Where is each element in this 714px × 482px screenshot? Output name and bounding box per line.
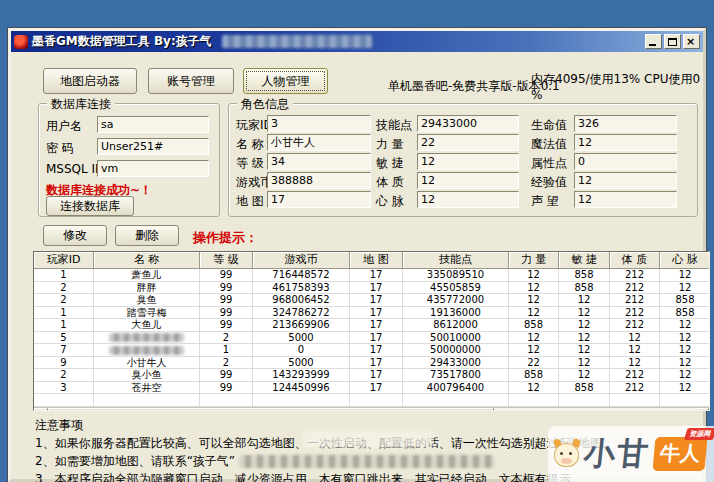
table-row[interactable]: 1萧鱼儿99716448572173350895101285821212	[34, 269, 709, 282]
table-cell: 大鱼儿	[94, 319, 200, 332]
column-header[interactable]: 敏 捷	[559, 252, 610, 269]
account-management-button[interactable]: 账号管理	[148, 68, 234, 94]
table-row[interactable]: 1大鱼儿992136699061786120008581221212	[34, 319, 709, 332]
password-field[interactable]	[97, 138, 209, 155]
table-cell: 12	[559, 332, 610, 345]
column-header[interactable]: 体 质	[610, 252, 660, 269]
mssql-ip-field[interactable]	[97, 160, 209, 177]
column-header[interactable]: 游戏币	[253, 252, 350, 269]
panel-title: 数据库连接	[47, 96, 115, 113]
table-cell: 2	[34, 282, 94, 295]
table-cell: 12	[559, 357, 610, 370]
field-input[interactable]	[267, 134, 371, 151]
table-row[interactable]: 2胖胖9946175839317455058591285821212	[34, 282, 709, 295]
table-cell: 50010000	[403, 332, 509, 345]
table-cell	[660, 394, 710, 407]
table-cell	[350, 394, 403, 407]
column-header[interactable]: 心 脉	[660, 252, 710, 269]
column-header[interactable]: 名 称	[94, 252, 200, 269]
table-cell	[94, 332, 200, 345]
field-input[interactable]	[574, 172, 677, 189]
table-row[interactable]: 2臭鱼99968006452174357720001212212858	[34, 294, 709, 307]
modify-button[interactable]: 修改	[43, 225, 107, 246]
field-input[interactable]	[574, 153, 677, 170]
table-cell: 400796400	[403, 382, 509, 395]
scrollbar-thumb[interactable]	[48, 408, 494, 412]
table-cell: 12	[660, 357, 710, 370]
field-input[interactable]	[574, 134, 677, 151]
table-cell: 1	[34, 269, 94, 282]
table-cell: 12	[509, 307, 559, 320]
column-header[interactable]: 地 图	[350, 252, 403, 269]
note-line-3: 3、本程序启动全部为隐藏窗口启动、减少资源占用、木有窗口跳出来、其实已经启动、文…	[35, 471, 571, 482]
table-row[interactable]: 710175000000012121212	[34, 344, 709, 357]
table-cell: 7	[34, 344, 94, 357]
window-title: 墨香GM数据管理工具 By:孩子气	[32, 33, 212, 50]
column-header[interactable]: 技能点	[403, 252, 509, 269]
table-cell: 1	[34, 319, 94, 332]
field-input[interactable]	[417, 153, 519, 170]
table-cell: 213669906	[253, 319, 350, 332]
table-cell: 716448572	[253, 269, 350, 282]
table-cell: 5	[34, 332, 94, 345]
table-cell: 12	[509, 294, 559, 307]
horizontal-scrollbar[interactable]: ◀ ▶	[34, 407, 709, 412]
connect-database-button[interactable]: 连接数据库	[46, 196, 134, 216]
table-cell: 9	[34, 357, 94, 370]
field-input[interactable]	[267, 191, 371, 208]
delete-button[interactable]: 删除	[115, 225, 179, 246]
table-cell: 臭鱼	[94, 294, 200, 307]
field-input[interactable]	[417, 172, 519, 189]
redacted-name	[109, 346, 185, 355]
field-input[interactable]	[574, 191, 677, 208]
maximize-button[interactable]	[664, 34, 681, 49]
table-cell: 99	[200, 307, 253, 320]
table-cell: 12	[559, 319, 610, 332]
table-cell: 2	[34, 369, 94, 382]
table-cell: 17	[350, 307, 403, 320]
title-bar[interactable]: 墨香GM数据管理工具 By:孩子气 ×	[11, 31, 703, 52]
table-cell: 苍井空	[94, 382, 200, 395]
table-cell	[94, 344, 200, 357]
table-cell: 17	[350, 319, 403, 332]
app-icon	[14, 35, 28, 49]
database-connection-panel: 数据库连接 用户名 密 码 MSSQL IP 数据库连接成功~！ 连接数据库	[38, 103, 220, 217]
field-input[interactable]	[417, 134, 519, 151]
column-header[interactable]: 等 级	[200, 252, 253, 269]
table-cell: 5000	[253, 357, 350, 370]
field-input[interactable]	[417, 191, 519, 208]
field-input[interactable]	[267, 115, 371, 132]
table-row[interactable]: 1踏雪寻梅9932478627217191360001212212858	[34, 307, 709, 320]
minimize-button[interactable]	[645, 34, 662, 49]
column-header[interactable]: 力 量	[509, 252, 559, 269]
table-row[interactable]: 9小甘牛人25000172943300022121212	[34, 357, 709, 370]
table-row[interactable]: 2臭小鱼9914329399917735178008581221212	[34, 369, 709, 382]
field-label: 心 脉	[376, 193, 404, 210]
table-cell: 12	[559, 307, 610, 320]
scroll-right-icon[interactable]: ▶	[695, 408, 709, 412]
table-cell: 858	[509, 319, 559, 332]
field-input[interactable]	[574, 115, 677, 132]
table-cell: 335089510	[403, 269, 509, 282]
table-row[interactable]: 3苍井空99124450996174007964001285821212	[34, 382, 709, 395]
close-button[interactable]: ×	[683, 34, 700, 49]
table-row-empty	[34, 394, 709, 407]
character-table: 玩家ID名 称等 级游戏币地 图技能点力 量敏 捷体 质心 脉 1萧鱼儿9971…	[33, 251, 710, 411]
field-input[interactable]	[267, 172, 371, 189]
table-cell: 12	[509, 344, 559, 357]
map-launcher-button[interactable]: 地图启动器	[43, 68, 137, 94]
table-cell: 968006452	[253, 294, 350, 307]
scroll-left-icon[interactable]: ◀	[34, 408, 48, 412]
table-cell: 12	[559, 294, 610, 307]
table-row[interactable]: 525000175001000012121212	[34, 332, 709, 345]
column-header[interactable]: 玩家ID	[34, 252, 94, 269]
username-field[interactable]	[97, 116, 209, 133]
character-management-button[interactable]: 人物管理	[243, 68, 328, 94]
table-cell: 2	[34, 294, 94, 307]
field-label: 生命值	[531, 117, 567, 134]
table-cell: 12	[559, 369, 610, 382]
table-cell: 17	[350, 332, 403, 345]
field-input[interactable]	[267, 153, 371, 170]
table-cell: 858	[559, 382, 610, 395]
field-input[interactable]	[417, 115, 519, 132]
